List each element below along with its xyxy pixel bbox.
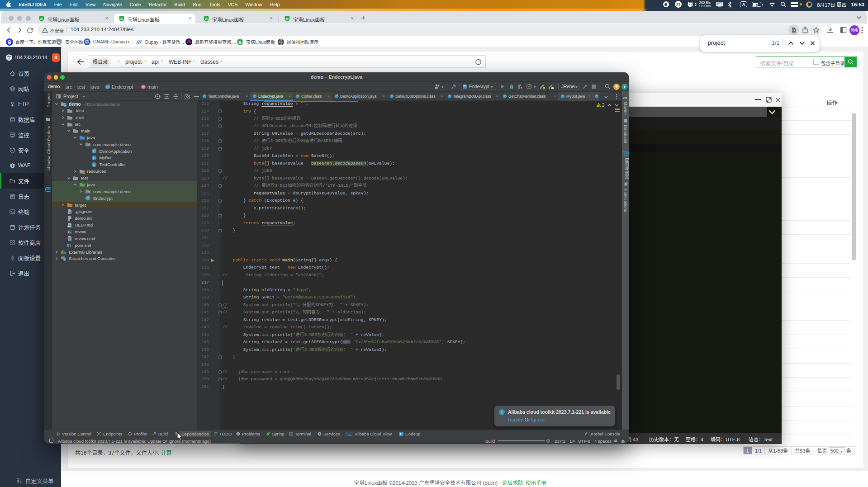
svg-text:C: C — [391, 95, 393, 98]
svg-text:m: m — [142, 85, 145, 89]
svg-text:C: C — [449, 95, 451, 98]
svg-text:C: C — [562, 95, 564, 98]
svg-text:MD: MD — [68, 226, 71, 227]
svg-text:C: C — [297, 95, 299, 98]
svg-text:A: A — [598, 104, 600, 107]
svg-text:C: C — [504, 95, 506, 98]
svg-text:C: C — [204, 95, 206, 98]
svg-text:C: C — [93, 156, 95, 160]
svg-text:C: C — [93, 163, 95, 167]
svg-text:C: C — [596, 95, 598, 98]
